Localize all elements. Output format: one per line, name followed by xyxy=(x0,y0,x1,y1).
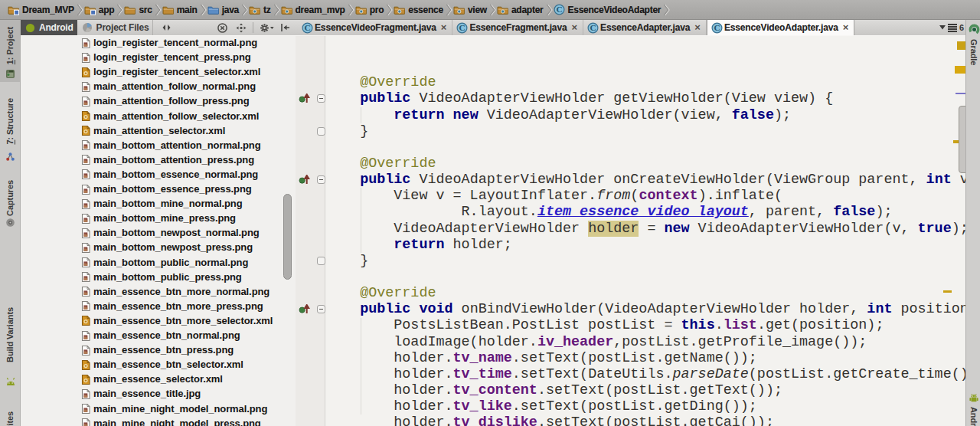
image-file-icon xyxy=(80,96,91,107)
editor-tab[interactable]: CEssenceFragment.java× xyxy=(452,20,583,35)
tool-stripe-tab-build-variants[interactable]: Build Variants xyxy=(0,302,20,391)
tool-stripe-tab-project[interactable]: 1: Project xyxy=(0,20,20,82)
code-token: .setText(postList.getDing()); xyxy=(512,398,757,415)
file-item[interactable]: main_attention_follow_normal.png xyxy=(21,79,296,93)
file-item[interactable]: main_attention_follow_press.png xyxy=(21,93,296,108)
overriding-method-icon[interactable] xyxy=(299,304,310,314)
tab-close-icon[interactable]: × xyxy=(441,24,447,31)
hide-panel-icon[interactable] xyxy=(280,23,290,32)
editor-tab[interactable]: CEssenceVideoFragment.java× xyxy=(298,20,452,35)
file-item[interactable]: main_bottom_public_press.png xyxy=(21,270,296,284)
file-item[interactable]: main_bottom_public_normal.png xyxy=(21,255,296,270)
locate-icon[interactable] xyxy=(236,23,247,33)
list-icon[interactable] xyxy=(948,24,957,32)
chevron-right-icon xyxy=(348,3,354,17)
file-item[interactable]: main_bottom_mine_normal.png xyxy=(21,196,296,211)
breadcrumb-item[interactable]: java xyxy=(207,5,239,15)
fold-end-icon[interactable] xyxy=(317,257,325,265)
editor-scrollbar-thumb[interactable] xyxy=(959,106,965,173)
file-item[interactable]: main_essence_selector.xml xyxy=(21,372,296,386)
breadcrumb-item[interactable]: adapter xyxy=(497,5,544,15)
tab-close-icon[interactable]: × xyxy=(571,24,577,31)
file-item[interactable]: main_mine_night_model_press.png xyxy=(21,416,296,426)
file-name: main_essence_btn_more_normal.png xyxy=(93,286,270,297)
file-item[interactable]: main_bottom_newpost_press.png xyxy=(21,240,296,254)
breadcrumb-item[interactable]: app xyxy=(84,5,115,15)
file-item[interactable]: main_essence_title.jpg xyxy=(21,386,296,401)
code-token xyxy=(326,156,360,172)
file-item[interactable]: main_essence_btn_more_press.png xyxy=(21,299,296,313)
editor-tab[interactable]: CEssenceVideoAdapter.java× xyxy=(707,20,855,35)
expand-collapse-arrows-icon[interactable] xyxy=(162,23,172,32)
file-item[interactable]: login_register_tencent_selector.xml xyxy=(21,64,296,79)
code-token: ,postList.getProfile_image()); xyxy=(613,334,867,350)
file-item[interactable]: main_bottom_attention_press.png xyxy=(21,152,296,167)
tab-close-icon[interactable]: × xyxy=(843,24,849,31)
breadcrumb-item[interactable]: pro xyxy=(355,5,384,15)
code-text[interactable]: @Override public VideoAdapterViewHolder … xyxy=(326,42,965,426)
indent-guide xyxy=(361,107,361,123)
project-scrollbar[interactable] xyxy=(283,194,292,280)
image-file-icon xyxy=(80,169,91,180)
overriding-method-icon[interactable] xyxy=(299,93,310,103)
breadcrumb-label: pro xyxy=(369,5,384,15)
breadcrumb-bar: Dream_MVPappsrcmainjavatzdream_mvpproess… xyxy=(0,0,980,20)
tab-overflow-widget[interactable]: 6 xyxy=(939,23,964,32)
breadcrumb-item[interactable]: CEssenceVideoAdapter xyxy=(554,4,662,15)
file-item[interactable]: main_attention_follow_selector.xml xyxy=(21,109,296,123)
editor-tab[interactable]: CEssenceAdapter.java× xyxy=(583,20,707,35)
file-item[interactable]: main_bottom_essence_press.png xyxy=(21,182,296,196)
file-item[interactable]: main_bottom_newpost_normal.png xyxy=(21,225,296,240)
project-view-tab-project-files[interactable]: Project Files xyxy=(77,20,154,35)
package-icon xyxy=(281,5,292,15)
breadcrumb-item[interactable]: view xyxy=(453,5,487,15)
warning-block-stripe-mark[interactable] xyxy=(957,41,965,50)
project-view-tab-android[interactable]: Android xyxy=(21,20,77,35)
breadcrumb-item[interactable]: essence xyxy=(394,5,443,15)
breadcrumb-item[interactable]: tz xyxy=(249,5,271,15)
warning-block-stripe-mark[interactable] xyxy=(955,66,965,74)
warning-dash-stripe-mark[interactable] xyxy=(943,290,952,293)
fold-collapse-icon[interactable] xyxy=(317,305,325,313)
close-icon[interactable] xyxy=(217,23,227,33)
file-name: main_attention_follow_selector.xml xyxy=(93,110,259,122)
file-item[interactable]: main_essence_btn_press.png xyxy=(21,342,296,357)
dropdown-arrow-icon[interactable] xyxy=(939,25,946,30)
file-item[interactable]: main_essence_btn_normal.png xyxy=(21,328,296,342)
file-item[interactable]: main_attention_selector.xml xyxy=(21,123,296,138)
overriding-method-icon[interactable] xyxy=(299,175,310,185)
file-item[interactable]: main_essence_btn_more_normal.png xyxy=(21,284,296,299)
code-token: tv_name xyxy=(453,350,512,366)
file-item[interactable]: main_bottom_essence_normal.png xyxy=(21,167,296,182)
fold-end-icon[interactable] xyxy=(317,127,325,136)
code-token: void xyxy=(419,301,452,317)
code-line: holder.tv_like.setText(postList.getDing(… xyxy=(326,398,965,415)
fold-collapse-icon[interactable] xyxy=(317,175,325,184)
breadcrumb-item[interactable]: main xyxy=(162,5,198,15)
file-item[interactable]: main_mine_night_model_normal.png xyxy=(21,401,296,416)
tab-close-icon[interactable]: × xyxy=(694,24,701,31)
tool-stripe-tab-gradle[interactable]: Gradle xyxy=(966,20,980,85)
settings-gear-icon[interactable] xyxy=(260,23,274,33)
tool-stripe-tab-structure[interactable]: 7: Structure xyxy=(0,94,20,165)
file-item[interactable]: main_bottom_attention_normal.png xyxy=(21,138,296,152)
file-item[interactable]: login_register_tencent_normal.png xyxy=(21,36,296,50)
breadcrumb-item[interactable]: dream_mvp xyxy=(281,5,345,15)
file-item[interactable]: main_essence_btn_selector.xml xyxy=(21,357,296,372)
svg-text:C: C xyxy=(459,23,466,32)
breadcrumb-label: essence xyxy=(407,5,443,15)
tool-stripe-tab-captures[interactable]: Captures xyxy=(0,176,20,231)
tool-stripe-tab-android-model[interactable]: Android Model xyxy=(966,390,980,426)
image-file-icon xyxy=(80,213,91,224)
file-item[interactable]: main_essence_btn_more_selector.xml xyxy=(21,313,296,328)
info-line-stripe-mark[interactable] xyxy=(956,93,965,94)
tool-stripe-tab-favorites[interactable]: 2: Favorites xyxy=(0,411,20,426)
breadcrumb-item[interactable]: Dream_MVP xyxy=(8,5,74,15)
scope-icon xyxy=(82,22,93,33)
fold-collapse-icon[interactable] xyxy=(317,94,325,103)
file-item[interactable]: login_register_tencent_press.png xyxy=(21,50,296,64)
code-editor[interactable]: @Override public VideoAdapterViewHolder … xyxy=(296,36,965,426)
breadcrumb-item[interactable]: src xyxy=(124,5,152,15)
file-item[interactable]: main_bottom_mine_press.png xyxy=(21,211,296,225)
chevron-right-icon xyxy=(663,3,670,17)
